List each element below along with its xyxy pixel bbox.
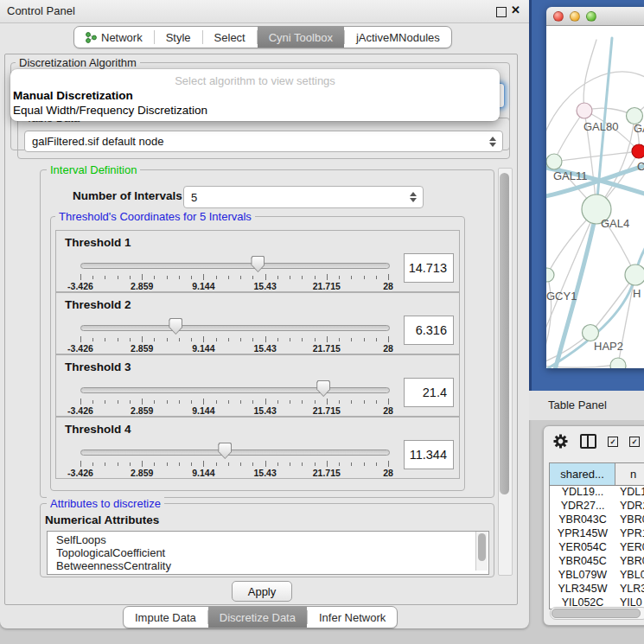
table-row[interactable]: YBL079WYBL0	[550, 569, 644, 583]
columns-icon[interactable]	[580, 434, 596, 449]
network-node-h[interactable]	[625, 265, 644, 285]
slider-thumb[interactable]	[251, 256, 265, 272]
slider-tick-labels: -3.4262.8599.14415.4321.71528	[80, 405, 388, 416]
threshold-3-slider[interactable]: -3.4262.8599.14415.4321.71528	[80, 378, 388, 412]
tick-mark	[80, 274, 81, 280]
tab-impute-data[interactable]: Impute Data	[124, 607, 207, 628]
tick-label: 15.43	[253, 343, 276, 354]
minimize-traffic-light-icon[interactable]	[570, 11, 580, 22]
table-body: YDL19...YDL1YDR27...YDR2YBR043CYBR0YPR14…	[550, 486, 644, 609]
network-tab-icon	[86, 32, 97, 43]
network-canvas[interactable]: GAL80GACGAL11GAL4GCY1HHAP2	[546, 26, 644, 368]
tick-mark	[154, 462, 155, 466]
threshold-1-slider[interactable]: -3.4262.8599.14415.4321.71528	[80, 253, 388, 288]
tick-mark	[130, 462, 131, 466]
tick-mark	[118, 462, 118, 466]
scrollbar-thumb[interactable]	[500, 173, 509, 494]
stepper-icon	[487, 136, 498, 148]
network-node-gal11[interactable]	[546, 154, 562, 169]
network-node-hap2[interactable]	[583, 325, 599, 341]
tick-mark	[364, 276, 365, 279]
threshold-2-panel: Threshold 2 -3.4262.8599.14415.4321.7152…	[55, 292, 460, 354]
threshold-4-slider[interactable]: -3.4262.8599.14415.4321.71528	[80, 440, 388, 475]
number-of-intervals-combobox[interactable]: 5	[183, 186, 424, 208]
column-header-0[interactable]: shared...	[550, 463, 615, 485]
network-edge[interactable]	[554, 111, 584, 162]
table-row[interactable]: YDL19...YDL1	[550, 486, 644, 500]
threshold-2-slider[interactable]: -3.4262.8599.14415.4321.71528	[80, 316, 388, 350]
checkbox-icon[interactable]: ✓	[629, 437, 640, 447]
zoom-traffic-light-icon[interactable]	[586, 11, 596, 22]
attributes-scrollbar[interactable]	[475, 532, 488, 571]
node-label: GAL80	[583, 120, 618, 133]
menu-item-equal-width-frequency-discretization[interactable]: Equal Width/Frequency Discretization	[13, 104, 207, 117]
threshold-3-value[interactable]: 21.4	[404, 378, 454, 407]
slider-thumb[interactable]	[169, 318, 182, 335]
tab-label: Style	[166, 31, 191, 44]
table-row[interactable]: YBR043CYBR0	[550, 513, 644, 527]
cell-name: YPR1	[615, 527, 644, 541]
table-row[interactable]: YER054CYER0	[550, 541, 644, 555]
threshold-4-value[interactable]: 11.344	[404, 440, 454, 469]
slider-track[interactable]	[80, 263, 390, 269]
threshold-1-value[interactable]: 14.713	[404, 253, 454, 283]
tick-mark	[191, 338, 192, 341]
attribute-item[interactable]: SelfLoops	[48, 533, 488, 546]
tab-network[interactable]: Network	[74, 27, 154, 48]
network-edge[interactable]	[590, 275, 635, 333]
network-edge[interactable]	[583, 40, 596, 111]
tab-jactivemnodules[interactable]: jActiveMNodules	[345, 27, 451, 48]
scrollbar-thumb[interactable]	[478, 533, 486, 561]
tab-cyni-toolbox[interactable]: Cyni Toolbox	[258, 27, 344, 48]
threshold-2-value[interactable]: 6.316	[404, 316, 454, 345]
node-attribute-table[interactable]: shared...n YDL19...YDL1YDR27...YDR2YBR04…	[549, 462, 644, 609]
tick-mark	[315, 462, 316, 466]
slider-track[interactable]	[80, 450, 390, 456]
cell-name: YDL1	[615, 486, 644, 500]
float-window-icon[interactable]	[496, 7, 507, 17]
network-node-c[interactable]	[632, 144, 644, 158]
network-node-gcy1[interactable]	[546, 268, 554, 282]
table-horizontal-scrollbar[interactable]	[550, 607, 644, 620]
tab-discretize-data[interactable]: Discretize Data	[208, 607, 307, 628]
scrollbar-thumb[interactable]	[552, 609, 641, 618]
column-header-1[interactable]: n	[615, 463, 644, 485]
table-row[interactable]: YPR145WYPR1	[550, 527, 644, 541]
threshold-4-label: Threshold 4	[65, 423, 131, 436]
table-row[interactable]: YBR045CYBR0	[550, 555, 644, 569]
slider-thumb[interactable]	[218, 443, 232, 459]
network-edge[interactable]	[546, 275, 551, 360]
tab-style[interactable]: Style	[155, 27, 202, 48]
apply-button[interactable]: Apply	[232, 581, 292, 602]
cell-shared-name: YPR145W	[550, 527, 615, 541]
attribute-item[interactable]: BetweennessCentrality	[48, 559, 488, 572]
numerical-attributes-list[interactable]: SelfLoopsTopologicalCoefficientBetweenne…	[47, 531, 489, 575]
network-view-window: GAL80GACGAL11GAL4GCY1HHAP2	[546, 7, 644, 368]
tick-mark	[203, 336, 204, 342]
tick-mark	[376, 462, 377, 466]
attribute-item[interactable]: TopologicalCoefficient	[48, 546, 488, 559]
network-node[interactable]	[610, 358, 626, 368]
tick-label: 21.715	[313, 343, 341, 354]
table-data-combobox[interactable]: galFiltered.sif default node	[24, 131, 503, 152]
close-traffic-light-icon[interactable]	[553, 11, 564, 22]
panel-scrollbar[interactable]	[498, 168, 513, 576]
table-row[interactable]: YDR27...YDR2	[550, 500, 644, 513]
slider-thumb[interactable]	[316, 380, 330, 397]
gear-icon[interactable]	[552, 433, 569, 450]
slider-ticks	[80, 461, 388, 468]
table-row[interactable]: YLR345WYLR3	[550, 583, 644, 596]
tab-infer-network[interactable]: Infer Network	[308, 607, 397, 628]
tick-mark	[142, 274, 143, 280]
tick-mark	[105, 400, 105, 404]
menu-item-manual-discretization[interactable]: Manual Discretization	[13, 89, 133, 102]
checkbox-icon[interactable]: ✓	[608, 437, 618, 447]
slider-track[interactable]	[80, 387, 390, 393]
tab-select[interactable]: Select	[203, 27, 257, 48]
tab-label: Infer Network	[319, 611, 386, 624]
threshold-1-panel: Threshold 1 -3.4262.8599.14415.4321.7152…	[55, 230, 460, 292]
network-node-gal80[interactable]	[577, 103, 592, 118]
slider-track[interactable]	[80, 325, 390, 331]
close-icon[interactable]: ✕	[511, 3, 520, 16]
tick-label: -3.426	[67, 405, 93, 416]
